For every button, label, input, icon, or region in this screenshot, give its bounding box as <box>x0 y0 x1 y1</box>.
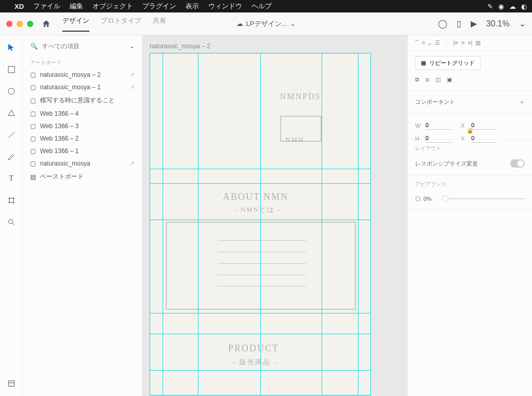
sketch-box <box>166 222 356 310</box>
svg-line-4 <box>12 223 14 225</box>
menu-window[interactable]: ウィンドウ <box>208 2 242 11</box>
chevron-down-icon[interactable]: ⌄ <box>129 43 135 50</box>
artboard-icon: ▢ <box>30 135 36 142</box>
mode-tabs: デザイン プロトタイプ 共有 <box>62 16 166 32</box>
artboard[interactable]: NMNPDS NMN ABOUT NMN – NMNとは – PRODUCT –… <box>150 53 371 395</box>
select-tool-icon[interactable] <box>6 43 17 53</box>
menu-object[interactable]: オブジェクト <box>92 2 133 11</box>
align-vcenter-icon[interactable]: ≡ <box>422 39 425 46</box>
boolean-subtract-icon[interactable]: ⧈ <box>425 76 429 83</box>
opacity-slider[interactable] <box>442 198 525 199</box>
layer-item[interactable]: ▢Web 1366 – 1 <box>23 145 142 157</box>
polygon-tool-icon[interactable] <box>6 108 17 118</box>
assets-panel-icon[interactable] <box>6 378 17 389</box>
menu-file[interactable]: ファイル <box>33 2 60 11</box>
external-link-icon[interactable]: ↗ <box>129 160 135 167</box>
align-left-icon[interactable]: |≡ <box>453 39 458 46</box>
external-link-icon[interactable]: ↗ <box>129 84 135 91</box>
pasteboard-icon: ▤ <box>30 173 36 181</box>
lock-aspect-icon[interactable]: 🔒 <box>467 127 474 133</box>
boolean-exclude-icon[interactable]: ▣ <box>447 76 452 83</box>
svg-point-1 <box>8 88 15 94</box>
external-link-icon[interactable]: ↗ <box>129 71 135 78</box>
layer-item[interactable]: ▢naturassic_mosya – 1↗ <box>23 81 142 93</box>
tab-share[interactable]: 共有 <box>153 16 166 32</box>
zoom-tool-icon[interactable] <box>6 217 17 227</box>
document-title[interactable]: ☁ LPデザイン... ⌄ <box>236 19 296 29</box>
distribute-h-icon[interactable]: ▥ <box>475 39 481 46</box>
width-input[interactable] <box>425 121 451 130</box>
align-right-icon[interactable]: ≡| <box>468 39 472 46</box>
search-input[interactable] <box>42 43 125 50</box>
layer-label: ペーストボード <box>40 172 84 181</box>
boolean-intersect-icon[interactable]: ◫ <box>435 76 441 83</box>
height-label: H <box>415 135 422 142</box>
artboard-icon: ▢ <box>30 84 36 91</box>
layout-section-label: レイアウト <box>415 145 525 152</box>
align-top-icon[interactable]: ⎺ <box>415 39 419 46</box>
account-icon[interactable]: ◯ <box>438 19 447 29</box>
layer-item[interactable]: ▢Web 1366 – 3 <box>23 120 142 132</box>
sketch-text: – 販売商品 – <box>232 358 278 367</box>
layer-item[interactable]: ▤ペーストボード <box>23 170 142 184</box>
sync-icon[interactable]: ◐ <box>521 3 527 10</box>
artboard-icon: ▢ <box>30 71 36 78</box>
layer-item[interactable]: ▢Web 1366 – 4 <box>23 107 142 120</box>
artboard-icon: ▢ <box>30 122 36 130</box>
x-input[interactable] <box>471 121 497 130</box>
window-controls <box>6 21 33 27</box>
menu-edit[interactable]: 編集 <box>70 2 83 11</box>
align-hcenter-icon[interactable]: ≡ <box>461 39 464 46</box>
component-section-label: コンポーネント <box>415 98 455 106</box>
artboard-icon: ▢ <box>30 147 36 155</box>
cloud-icon[interactable]: ☁ <box>509 3 516 10</box>
layer-item[interactable]: ▢naturassic_mosya – 2↗ <box>23 69 142 81</box>
sketch-text: NMNPDS <box>280 92 321 101</box>
layer-item[interactable]: ▢naturassic_mosya↗ <box>23 157 142 170</box>
zoom-window-button[interactable] <box>27 21 33 27</box>
tab-prototype[interactable]: プロトタイプ <box>101 16 141 32</box>
appearance-section-label: アピアランス <box>415 181 525 188</box>
distribute-v-icon[interactable]: ☰ <box>435 39 440 46</box>
home-icon[interactable] <box>42 19 51 29</box>
cloud-doc-icon: ☁ <box>236 20 243 28</box>
y-input[interactable] <box>471 134 497 143</box>
tab-design[interactable]: デザイン <box>62 16 89 32</box>
device-preview-icon[interactable]: ▯ <box>457 19 461 29</box>
pen-tool-icon[interactable] <box>6 152 17 162</box>
camera-icon[interactable]: ◉ <box>498 3 504 10</box>
add-component-icon[interactable]: ＋ <box>519 98 525 106</box>
responsive-resize-toggle[interactable] <box>510 159 525 168</box>
height-input[interactable] <box>425 134 451 143</box>
chevron-down-icon[interactable]: ⌄ <box>519 19 526 29</box>
opacity-value[interactable]: 0% <box>423 196 439 202</box>
canvas[interactable]: naturassic_mosya – 2 NMNPDS NMN ABOUT NM… <box>142 35 407 396</box>
align-bottom-icon[interactable]: ⎽ <box>428 39 432 46</box>
ellipse-tool-icon[interactable] <box>6 86 17 97</box>
play-icon[interactable]: ▶ <box>471 19 477 29</box>
text-tool-icon[interactable]: T <box>6 173 17 184</box>
opacity-icon: ▢ <box>415 195 420 202</box>
boolean-add-icon[interactable]: ⧉ <box>415 76 419 83</box>
tool-rail: T <box>0 35 23 396</box>
menu-help[interactable]: ヘルプ <box>251 2 272 11</box>
document-title-text: LPデザイン... <box>246 19 287 29</box>
close-window-button[interactable] <box>6 21 12 27</box>
layer-item[interactable]: ▢模写する時に意識すること <box>23 93 142 107</box>
layer-label: naturassic_mosya <box>40 160 90 167</box>
layer-item[interactable]: ▢Web 1366 – 2 <box>23 132 142 145</box>
repeat-grid-button[interactable]: ▦ リピートグリッド <box>415 56 481 70</box>
rectangle-tool-icon[interactable] <box>6 64 17 75</box>
app-menu[interactable]: XD <box>15 3 24 10</box>
svg-point-3 <box>8 220 12 224</box>
menu-plugin[interactable]: プラグイン <box>142 2 176 11</box>
line-tool-icon[interactable] <box>6 130 17 140</box>
layer-label: Web 1366 – 1 <box>40 147 79 155</box>
tray-icon[interactable]: ✎ <box>487 3 493 10</box>
menu-view[interactable]: 表示 <box>185 2 199 11</box>
artboard-title[interactable]: naturassic_mosya – 2 <box>150 43 210 50</box>
minimize-window-button[interactable] <box>17 21 23 27</box>
macos-menubar: XD ファイル 編集 オブジェクト プラグイン 表示 ウィンドウ ヘルプ ✎ ◉… <box>0 0 532 12</box>
zoom-level[interactable]: 30.1% <box>486 19 510 29</box>
artboard-tool-icon[interactable] <box>6 195 17 206</box>
